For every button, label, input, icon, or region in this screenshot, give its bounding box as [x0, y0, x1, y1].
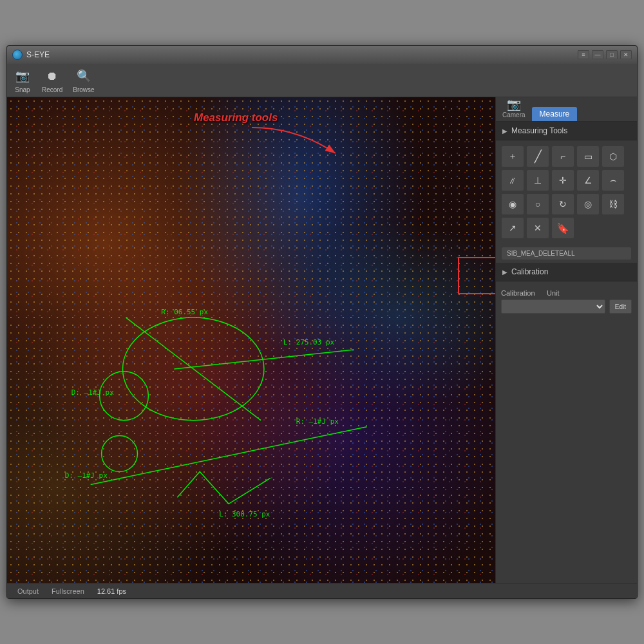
title-bar-left: S-EYE: [12, 50, 50, 60]
svg-text:D: –1#J px: D: –1#J px: [65, 471, 108, 480]
svg-line-6: [91, 427, 367, 485]
main-area: Measuring tools: [7, 97, 637, 583]
tool-polygon[interactable]: ⬡: [601, 146, 625, 167]
calibration-controls-row: Edit: [501, 299, 632, 314]
measuring-tools-annotation: Measuring tools: [194, 111, 278, 124]
record-label: Record: [42, 86, 62, 93]
snap-label: Snap: [15, 86, 30, 93]
tool-move[interactable]: ✛: [551, 169, 574, 191]
measure-tab[interactable]: Measure: [532, 107, 578, 121]
tool-angle[interactable]: ⌐: [551, 146, 574, 167]
tool-circle-outline[interactable]: ○: [526, 193, 549, 215]
browse-label: Browse: [73, 86, 94, 93]
arrow-svg: [245, 124, 348, 163]
title-bar-controls: ≡ — □ ✕: [578, 50, 632, 59]
toolbar: 📷 Snap ⏺ Record 🔍 Browse: [7, 64, 637, 97]
tool-parallel[interactable]: ⫽: [501, 169, 524, 191]
measuring-tools-section-label: Measuring Tools: [511, 126, 567, 135]
fullscreen-status[interactable]: Fullscreen: [52, 587, 84, 595]
calibration-select[interactable]: [501, 299, 605, 314]
measuring-tools-text: Measuring tools: [194, 111, 278, 124]
tool-cursor-pt[interactable]: ↗: [501, 217, 524, 239]
snap-tool[interactable]: 📷 Snap: [14, 67, 32, 93]
tool-ring[interactable]: ◎: [576, 193, 600, 215]
calibration-section-label: Calibration: [511, 267, 548, 276]
tool-circle-rotate[interactable]: ↻: [551, 193, 574, 215]
fps-status: 12.61 fps: [97, 587, 126, 595]
camera-tab[interactable]: 📷 Camera: [496, 97, 532, 121]
section-arrow-icon: ▶: [502, 128, 507, 135]
sidebar-tabs: 📷 Camera Measure: [496, 97, 637, 122]
viewport[interactable]: Measuring tools: [7, 97, 495, 583]
deleteall-button[interactable]: SIB_MEA_DELETEALL: [501, 247, 632, 260]
measure-tab-label: Measure: [540, 109, 570, 118]
tool-perp[interactable]: ⊥: [526, 169, 549, 191]
record-icon: ⏺: [43, 67, 61, 85]
overflow-btn[interactable]: ≡: [578, 50, 589, 59]
measure-highlight-box: [458, 257, 495, 294]
svg-text:R: –1#J px: R: –1#J px: [296, 417, 339, 426]
tool-delete-x[interactable]: ✕: [526, 217, 549, 239]
tool-circle-full[interactable]: ◉: [501, 193, 524, 215]
close-btn[interactable]: ✕: [620, 50, 632, 59]
unit-label: Unit: [547, 289, 560, 297]
edit-button[interactable]: Edit: [609, 299, 632, 314]
svg-text:L: 300.75 px: L: 300.75 px: [219, 510, 270, 518]
tool-stamp[interactable]: 🔖: [551, 217, 574, 239]
tools-grid: ＋ ╱ ⌐ ▭ ⬡ ⫽ ⊥ ✛ ∠ ⌢ ◉ ○ ↻ ◎ ⛓ ↗ ✕ 🔖: [496, 140, 637, 244]
camera-tab-label: Camera: [502, 111, 526, 118]
title-bar: S-EYE ≡ — □ ✕: [7, 46, 637, 64]
tool-rect[interactable]: ▭: [576, 146, 600, 167]
snap-icon: 📷: [14, 67, 32, 85]
calibration-row: Calibration Unit: [501, 289, 632, 297]
browse-tool[interactable]: 🔍 Browse: [73, 67, 94, 93]
app-window: S-EYE ≡ — □ ✕ 📷 Snap ⏺ Record 🔍 Browse: [6, 45, 638, 599]
browse-icon: 🔍: [75, 67, 93, 85]
calibration-header[interactable]: ▶ Calibration: [496, 263, 637, 281]
tool-arc[interactable]: ⌢: [601, 169, 625, 191]
svg-text:R: 06.55 px: R: 06.55 px: [161, 308, 208, 316]
measuring-tools-header[interactable]: ▶ Measuring Tools: [496, 122, 637, 140]
record-tool[interactable]: ⏺ Record: [42, 67, 62, 93]
minimize-btn[interactable]: —: [592, 50, 603, 59]
tool-crosshair[interactable]: ＋: [501, 146, 524, 167]
calibration-section: Calibration Unit Edit: [496, 281, 637, 319]
calibration-label: Calibration: [501, 289, 543, 297]
svg-text:L: 275.03 px: L: 275.03 px: [283, 338, 335, 346]
calibration-arrow-icon: ▶: [502, 269, 507, 276]
measurements-overlay: R: 06.55 px D: –1#J px R: –1#J px L: 275…: [7, 97, 495, 583]
app-icon: [12, 50, 23, 60]
maximize-btn[interactable]: □: [606, 50, 618, 59]
svg-point-10: [102, 436, 138, 472]
tool-line[interactable]: ╱: [526, 146, 549, 167]
camera-icon: 📷: [507, 97, 521, 111]
output-status[interactable]: Output: [17, 587, 39, 595]
sidebar: 📷 Camera Measure ▶ Measuring Tools ＋ ╱ ⌐…: [495, 97, 637, 583]
statusbar: Output Fullscreen 12.61 fps: [7, 583, 637, 598]
svg-line-2: [126, 317, 261, 421]
svg-text:D: –1#J px: D: –1#J px: [71, 388, 114, 397]
app-title: S-EYE: [26, 50, 50, 59]
tool-chain[interactable]: ⛓: [601, 193, 625, 215]
tool-angle2[interactable]: ∠: [576, 169, 600, 191]
